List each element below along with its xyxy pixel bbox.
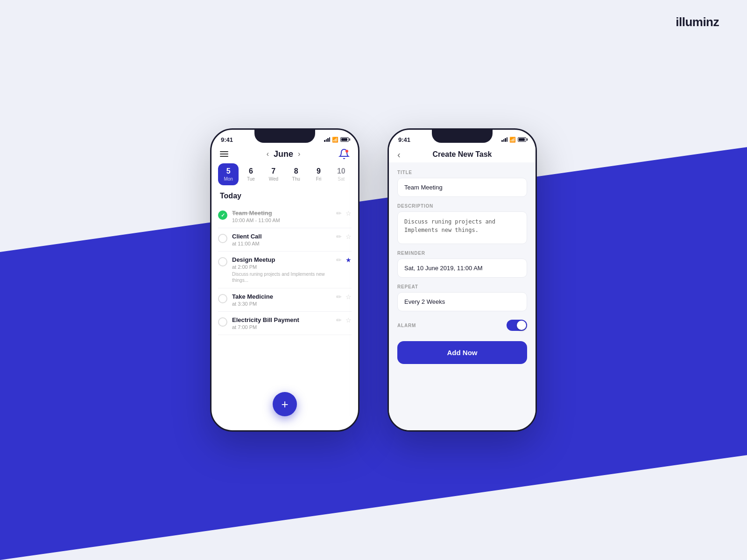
task-checkbox-1[interactable] (218, 210, 227, 220)
notification-button[interactable] (338, 148, 350, 160)
phone1-content: ‹ June › 5 Mon (211, 147, 358, 430)
next-month-button[interactable]: › (298, 150, 300, 158)
date-num-9: 9 (317, 167, 321, 175)
task-info-3: Design Meetup at 2:00 PM Discuss runing … (232, 256, 331, 283)
menu-button[interactable] (220, 151, 228, 157)
edit-icon-5[interactable]: ✏ (336, 316, 342, 324)
task-actions-1: ✏ ☆ (336, 210, 352, 217)
back-button[interactable]: ‹ (397, 149, 401, 160)
date-item-10[interactable]: 10 Sat (331, 163, 352, 185)
task-item-team-meeting: Team Meeting 10:00 AM - 11:00 AM ✏ ☆ (218, 205, 352, 228)
task-title-4: Take Medicine (232, 293, 331, 300)
edit-icon-2[interactable]: ✏ (336, 233, 342, 240)
task-info-1: Team Meeting 10:00 AM - 11:00 AM (232, 210, 331, 223)
date-item-9[interactable]: 9 Fri (308, 163, 329, 185)
star-icon-3[interactable]: ★ (345, 256, 352, 264)
calendar-header: ‹ June › (211, 147, 358, 163)
task-checkbox-3[interactable] (218, 257, 227, 266)
date-num-10: 10 (337, 167, 345, 175)
task-item-medicine: Take Medicine at 3:30 PM ✏ ☆ (218, 288, 352, 312)
date-item-7[interactable]: 7 Wed (263, 163, 284, 185)
date-day-9: Fri (316, 176, 322, 182)
phone-calendar: 9:41 📶 ‹ (210, 128, 359, 432)
title-label: TITLE (397, 170, 527, 175)
task-time-3: at 2:00 PM (232, 264, 331, 270)
title-input[interactable] (397, 178, 527, 197)
toggle-knob (517, 321, 526, 330)
desc-field-group: DESCRIPTION Discuss runing projects and … (397, 203, 527, 244)
add-task-fab[interactable]: + (273, 392, 297, 416)
date-day-7: Wed (269, 176, 278, 182)
status-time-2: 9:41 (398, 136, 410, 143)
task-info-5: Electricity Bill Payment at 7:00 PM (232, 316, 331, 330)
task-info-2: Client Call at 11:00 AM (232, 233, 331, 246)
star-icon-2[interactable]: ☆ (345, 233, 352, 240)
date-day-10: Sat (338, 176, 345, 182)
task-time-2: at 11:00 AM (232, 241, 331, 246)
task-item-design-meetup: Design Meetup at 2:00 PM Discuss runing … (218, 252, 352, 288)
signal-icon-2 (501, 137, 507, 142)
date-item-6[interactable]: 6 Tue (240, 163, 261, 185)
brand-logo: illuminz (676, 15, 719, 29)
reminder-field-group: REMINDER (397, 251, 527, 278)
date-num-5: 5 (226, 167, 231, 175)
reminder-input[interactable] (397, 259, 527, 278)
reminder-label: REMINDER (397, 251, 527, 256)
desc-textarea[interactable]: Discuss runing projects and Implements n… (397, 211, 527, 244)
prev-month-button[interactable]: ‹ (267, 150, 269, 158)
date-strip: 5 Mon 6 Tue 7 Wed 8 Thu 9 Fri (211, 163, 358, 190)
alarm-toggle[interactable] (507, 320, 527, 331)
task-title-5: Electricity Bill Payment (232, 316, 331, 323)
add-now-button[interactable]: Add Now (397, 341, 527, 364)
phone-create-task: 9:41 📶 ‹ Create New Task (388, 128, 537, 432)
edit-icon-4[interactable]: ✏ (336, 293, 342, 301)
task-checkbox-5[interactable] (218, 317, 227, 327)
title-field-group: TITLE (397, 170, 527, 197)
date-num-6: 6 (249, 167, 253, 175)
date-item-8[interactable]: 8 Thu (286, 163, 306, 185)
month-navigation: ‹ June › (267, 149, 301, 159)
phone-notch (254, 130, 315, 143)
star-icon-4[interactable]: ☆ (345, 293, 352, 301)
date-day-8: Thu (292, 176, 300, 182)
create-task-title: Create New Task (433, 150, 492, 159)
phone-notch-2 (432, 130, 493, 143)
star-icon-5[interactable]: ☆ (345, 316, 352, 324)
task-checkbox-4[interactable] (218, 294, 227, 303)
repeat-field-group: REPEAT (397, 284, 527, 311)
date-num-8: 8 (294, 167, 298, 175)
task-actions-3: ✏ ★ (336, 256, 352, 264)
task-time-5: at 7:00 PM (232, 324, 331, 330)
task-title-2: Client Call (232, 233, 331, 240)
status-icons-1: 📶 (324, 137, 349, 143)
create-task-form: TITLE DESCRIPTION Discuss runing project… (389, 162, 536, 430)
date-num-7: 7 (271, 167, 275, 175)
month-name: June (274, 149, 293, 159)
today-label: Today (211, 190, 358, 205)
signal-icon (324, 137, 330, 142)
phones-container: 9:41 📶 ‹ (210, 128, 537, 432)
wifi-icon: 📶 (332, 137, 338, 143)
task-actions-2: ✏ ☆ (336, 233, 352, 240)
task-checkbox-2[interactable] (218, 234, 227, 243)
task-actions-5: ✏ ☆ (336, 316, 352, 324)
edit-icon-3[interactable]: ✏ (336, 256, 342, 264)
star-icon-1[interactable]: ☆ (345, 210, 352, 217)
status-time-1: 9:41 (221, 136, 233, 143)
svg-point-0 (345, 150, 348, 153)
task-time-1: 10:00 AM - 11:00 AM (232, 217, 331, 223)
repeat-input[interactable] (397, 292, 527, 311)
status-icons-2: 📶 (501, 137, 526, 143)
task-desc-3: Discuss runing projects and Implements n… (232, 271, 331, 283)
form-body: TITLE DESCRIPTION Discuss runing project… (389, 162, 536, 371)
task-actions-4: ✏ ☆ (336, 293, 352, 301)
alarm-label: ALARM (397, 323, 416, 328)
date-item-5[interactable]: 5 Mon (218, 163, 239, 185)
battery-icon (340, 137, 349, 142)
edit-icon-1[interactable]: ✏ (336, 210, 342, 217)
battery-icon-2 (518, 137, 526, 142)
desc-label: DESCRIPTION (397, 203, 527, 209)
task-item-electricity: Electricity Bill Payment at 7:00 PM ✏ ☆ (218, 312, 352, 335)
repeat-label: REPEAT (397, 284, 527, 289)
task-info-4: Take Medicine at 3:30 PM (232, 293, 331, 307)
